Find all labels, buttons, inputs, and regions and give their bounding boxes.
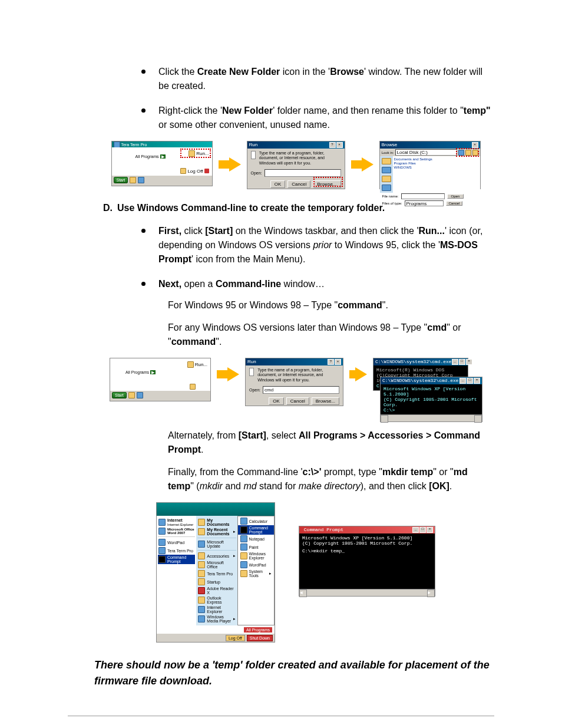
folder-icon: [240, 570, 247, 577]
text: click: [181, 226, 205, 236]
folder-item[interactable]: Program Files: [394, 162, 479, 165]
menu-item[interactable]: Microsoft Office Word 2007: [158, 527, 195, 535]
close-icon[interactable]: ×: [336, 142, 343, 148]
folder-item[interactable]: Documents and Settings: [394, 157, 479, 161]
arrow-right-icon: [217, 367, 239, 381]
close-icon[interactable]: ×: [335, 359, 341, 365]
submenu-item[interactable]: System Tools ▸: [238, 569, 274, 578]
text: Click the: [158, 67, 197, 77]
all-programs-button[interactable]: All Programs: [244, 627, 272, 633]
dialog-title: Run: [247, 359, 256, 365]
open-button[interactable]: Open: [447, 194, 464, 199]
run-dialog: Run?× Type the name of a program, folder…: [247, 141, 345, 189]
menu-item[interactable]: Accessories ▸: [197, 552, 236, 560]
filetype-dropdown[interactable]: Programs: [405, 200, 444, 206]
menu-item[interactable]: My Documents: [197, 518, 236, 527]
cancel-button[interactable]: Cancel: [287, 180, 310, 188]
all-programs-label: All Programs: [135, 154, 159, 159]
ok-button[interactable]: OK: [270, 180, 286, 188]
command-prompt-window: C:\WINDOWS\system32\cmd.exe_□× Microsoft…: [380, 377, 482, 422]
menu-item[interactable]: Adobe Reader X: [197, 586, 236, 595]
menu-item[interactable]: Windows Media Player ▸: [197, 614, 236, 624]
start-button[interactable]: Start: [112, 392, 127, 398]
submenu-item[interactable]: Notepad: [238, 535, 274, 543]
menu-item[interactable]: Outlook Express: [197, 595, 236, 605]
cmd-prompt[interactable]: C:\>mkdir temp_: [302, 548, 432, 554]
lookin-dropdown[interactable]: Local Disk (C:): [395, 149, 457, 156]
help-button[interactable]: ?: [329, 142, 336, 148]
new-folder-icon[interactable]: [472, 150, 478, 156]
folder-icon: [198, 561, 205, 568]
back-icon[interactable]: [458, 150, 464, 156]
text-bold: First,: [158, 226, 181, 236]
close-icon[interactable]: ×: [472, 142, 478, 148]
scroll-right-icon[interactable]: [474, 415, 482, 423]
text: or some other convenient, unused name.: [158, 120, 330, 130]
submenu-item[interactable]: Command Prompt: [238, 525, 274, 535]
chevron-right-icon: ▶: [160, 154, 166, 159]
text: open a: [181, 279, 216, 289]
menu-item[interactable]: Startup: [197, 578, 236, 586]
menu-item[interactable]: Tera Term Pro: [158, 546, 195, 555]
menu-item[interactable]: My Recent Documents ▸: [197, 527, 236, 536]
open-input[interactable]: [265, 169, 341, 177]
scroll-left-icon[interactable]: ◄: [299, 589, 307, 597]
submenu-item[interactable]: Windows Explorer: [238, 551, 274, 561]
paint-icon: [240, 543, 247, 551]
cancel-button[interactable]: Cancel: [446, 201, 463, 206]
menu-item[interactable]: InternetInternet Explorer: [158, 518, 195, 527]
menu-item[interactable]: Tera Term Pro: [197, 569, 236, 578]
close-icon[interactable]: ×: [466, 359, 472, 365]
document-page: Click the Create New Folder icon in the …: [0, 0, 562, 728]
run-icon: [249, 368, 254, 376]
maximize-icon[interactable]: □: [459, 359, 465, 365]
submenu-item[interactable]: WordPad: [238, 561, 274, 569]
window-title: C:\WINDOWS\system32\cmd.exe: [375, 359, 452, 365]
scroll-left-icon[interactable]: [381, 415, 388, 423]
scroll-right-icon[interactable]: ►: [427, 589, 435, 597]
label: Tera Term Pro: [121, 143, 147, 147]
minimize-icon[interactable]: _: [459, 378, 466, 384]
text: window…: [281, 279, 325, 289]
figure-start-run-browse: Tera Term Pro All Programs ▶ Run... Log …: [97, 141, 494, 189]
logoff-icon: [190, 384, 196, 390]
minimize-icon[interactable]: _: [412, 527, 419, 533]
browse-button[interactable]: Browse...: [312, 397, 339, 405]
instruction-text: For Windows 95 or Windows 98 – Type "com…: [168, 298, 494, 312]
close-icon[interactable]: ×: [427, 527, 433, 533]
up-icon[interactable]: [465, 150, 471, 156]
folder-item[interactable]: WINDOWS: [394, 166, 479, 169]
logoff-button[interactable]: Log Off: [226, 635, 245, 641]
help-button[interactable]: ?: [328, 359, 334, 365]
chevron-right-icon: ▶: [150, 370, 156, 374]
desktop-icon: [382, 167, 391, 173]
menu-item[interactable]: Internet Explorer: [197, 605, 236, 614]
maximize-icon[interactable]: □: [467, 378, 473, 384]
ok-button[interactable]: OK: [269, 397, 284, 405]
submenu-item[interactable]: Paint: [238, 543, 274, 551]
minimize-icon[interactable]: _: [452, 359, 458, 365]
dialog-title: Run: [249, 142, 258, 148]
menu-item[interactable]: Microsoft Update: [197, 539, 236, 549]
notepad-icon: [240, 535, 247, 542]
menu-item[interactable]: Command Prompt: [158, 555, 195, 564]
menu-item[interactable]: Microsoft Office: [197, 560, 236, 569]
teraterm-icon: [158, 547, 166, 554]
shutdown-button[interactable]: Shut Down: [247, 635, 273, 641]
browse-button[interactable]: Browse...: [313, 180, 340, 188]
maximize-icon[interactable]: □: [419, 527, 426, 533]
taskbar-icon: [138, 177, 144, 183]
bullet-icon: [141, 282, 146, 286]
taskbar-icon: [128, 392, 135, 398]
cancel-button[interactable]: Cancel: [286, 397, 309, 405]
menu-item[interactable]: WordPad: [158, 538, 195, 546]
start-button[interactable]: Start: [114, 177, 128, 183]
submenu-item[interactable]: Calculator: [238, 517, 274, 525]
run-label: Run...: [195, 362, 207, 367]
cmd-output: (C) Copyright 1985-2001 Microsoft Corp.: [302, 541, 432, 546]
folder-icon: [382, 158, 391, 164]
file-list[interactable]: Documents and Settings Program Files WIN…: [393, 156, 480, 192]
close-icon[interactable]: ×: [474, 378, 480, 384]
filename-input[interactable]: [401, 193, 445, 199]
open-input[interactable]: cmd: [263, 386, 339, 394]
